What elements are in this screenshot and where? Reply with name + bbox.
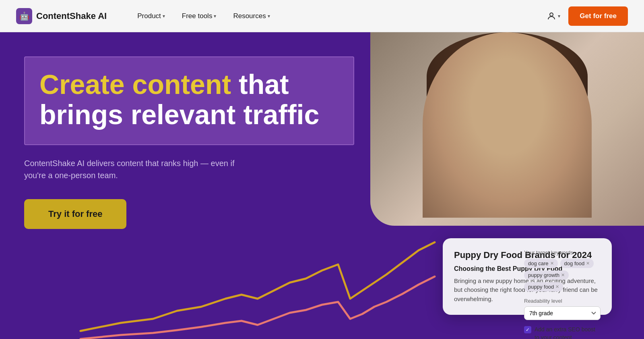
user-account[interactable]: ▾ <box>547 11 560 21</box>
chevron-down-icon: ▾ <box>214 13 216 19</box>
remove-keyword-dog-care[interactable]: ✕ <box>550 261 554 266</box>
remove-keyword-puppy-growth[interactable]: ✕ <box>561 272 565 278</box>
nav-product[interactable]: Product ▾ <box>131 9 171 23</box>
navbar: 🤖 ContentShake AI Product ▾ Free tools ▾… <box>0 0 644 32</box>
logo-text: ContentShake AI <box>36 11 107 21</box>
nav-links: Product ▾ Free tools ▾ Resources ▾ <box>131 9 547 23</box>
keyword-tag-puppy-food: puppy food ✕ <box>524 282 563 291</box>
try-free-button[interactable]: Try it for free <box>24 199 126 229</box>
seo-boost-label: Add an extra SEO boost to your content <box>535 326 601 339</box>
headline-box: Create content that brings relevant traf… <box>24 56 354 145</box>
nav-right: ▾ Get for free <box>547 6 628 26</box>
hero-person-image <box>370 32 644 226</box>
hero-headline: Create content that brings relevant traf… <box>39 69 339 130</box>
widget-card: Puppy Dry Food Brands for 2024 Choosing … <box>443 238 612 315</box>
chevron-down-icon: ▾ <box>268 13 270 19</box>
keywords-container: dog care ✕ dog food ✕ puppy growth ✕ pup… <box>524 259 601 291</box>
chevron-down-icon: ▾ <box>163 13 165 19</box>
chevron-down-icon: ▾ <box>558 13 560 19</box>
headline-accent: Create content <box>39 69 231 100</box>
readability-select[interactable]: 7th grade 8th grade 9th grade 10th grade <box>524 306 601 320</box>
remove-keyword-dog-food[interactable]: ✕ <box>586 261 590 266</box>
readability-label: Readability level <box>524 298 601 304</box>
keywords-label: Your target keywords <box>524 250 601 256</box>
keyword-tag-dog-food: dog food ✕ <box>560 259 594 268</box>
remove-keyword-puppy-food[interactable]: ✕ <box>555 284 559 289</box>
widget-right: Your target keywords dog care ✕ dog food… <box>524 250 601 339</box>
seo-boost-checkbox[interactable]: ✓ <box>524 326 531 333</box>
nav-resources[interactable]: Resources ▾ <box>227 9 276 23</box>
logo[interactable]: 🤖 ContentShake AI <box>16 8 107 24</box>
hero-section: Create content that brings relevant traf… <box>0 32 644 339</box>
hero-subheadline: ContentShake AI delivers content that ra… <box>24 157 242 181</box>
keyword-tag-dog-care: dog care ✕ <box>524 259 558 268</box>
svg-point-0 <box>550 13 553 16</box>
keyword-tag-puppy-growth: puppy growth ✕ <box>524 270 569 280</box>
logo-icon: 🤖 <box>16 8 32 24</box>
nav-free-tools[interactable]: Free tools ▾ <box>175 9 223 23</box>
seo-boost-row: ✓ Add an extra SEO boost to your content <box>524 326 601 339</box>
get-free-button[interactable]: Get for free <box>568 6 628 26</box>
hero-content: Create content that brings relevant traf… <box>24 56 354 229</box>
